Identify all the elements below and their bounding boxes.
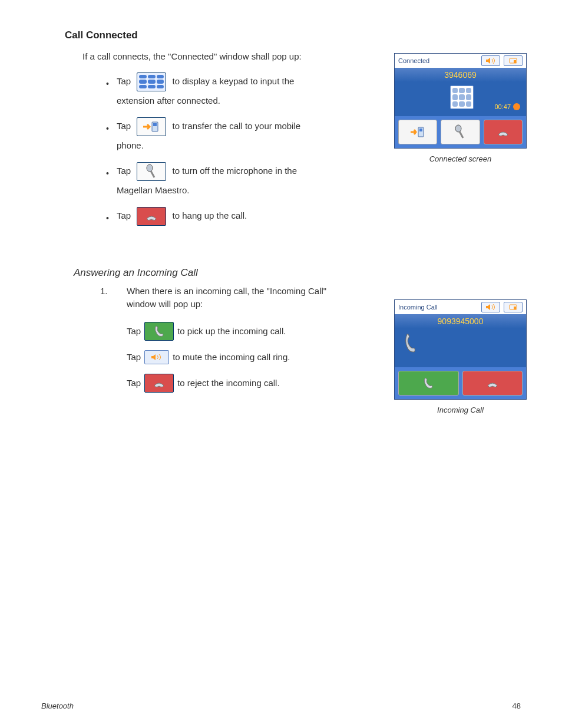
action-row (395, 116, 526, 148)
clock-icon (513, 103, 520, 110)
hang-up-icon (484, 120, 523, 144)
svg-rect-6 (419, 129, 422, 131)
lock-icon (504, 55, 523, 66)
device-header: Incoming Call (395, 300, 526, 314)
device-mid (395, 328, 526, 367)
numbered-list: When there is an incoming call, the "Inc… (100, 285, 336, 311)
lock-icon (504, 302, 523, 312)
connected-screenshot: Connected 3946069 00:47 (394, 53, 527, 163)
device-mid: 00:47 (395, 82, 526, 116)
svg-point-2 (147, 164, 153, 172)
bullet-list: Tap to display a keypad to input the ext… (106, 73, 330, 226)
device-title: Connected (398, 57, 429, 64)
action-row (395, 367, 526, 399)
transfer-to-phone-icon (398, 120, 437, 144)
volume-icon (481, 302, 500, 312)
device-header: Connected (395, 54, 526, 68)
svg-rect-4 (514, 60, 516, 63)
bullet-transfer: Tap to transfer the call to your mobile … (106, 117, 330, 153)
call-timer: 00:47 (494, 103, 520, 110)
microphone-icon (137, 162, 166, 181)
svg-rect-9 (514, 307, 516, 309)
reject-icon (144, 374, 174, 393)
pickup-icon (398, 371, 459, 396)
call-number: 3946069 (395, 68, 526, 82)
subsection-answering: Answering an Incoming Call (74, 267, 521, 279)
screenshot-caption: Incoming Call (394, 406, 527, 414)
volume-icon (481, 55, 500, 66)
incoming-screenshot: Incoming Call 9093945000 (394, 299, 527, 414)
keypad-icon (137, 73, 166, 91)
section-title-call-connected: Call Connected (65, 29, 521, 41)
intro-text: If a call connects, the "Connected" wind… (82, 50, 336, 64)
device-title: Incoming Call (398, 304, 438, 311)
keypad-icon (450, 85, 474, 109)
page-footer: Bluetooth 48 (41, 701, 521, 710)
microphone-icon (441, 120, 480, 144)
transfer-to-phone-icon (137, 117, 166, 136)
call-number: 9093945000 (395, 314, 526, 328)
screenshot-caption: Connected screen (394, 154, 527, 163)
reject-icon (462, 371, 523, 396)
page-number: 48 (513, 701, 521, 710)
num-item-1: When there is an incoming call, the "Inc… (100, 285, 336, 311)
hang-up-icon (137, 207, 166, 226)
mute-icon (144, 350, 169, 364)
svg-point-7 (455, 125, 461, 132)
bullet-mic-off: Tap to turn off the microphone in the Ma… (106, 162, 330, 197)
footer-label: Bluetooth (41, 701, 74, 710)
svg-rect-1 (153, 123, 157, 126)
bullet-hang-up: Tap to hang up the call. (106, 207, 330, 226)
bullet-keypad: Tap to display a keypad to input the ext… (106, 73, 330, 108)
pickup-icon (144, 322, 174, 341)
